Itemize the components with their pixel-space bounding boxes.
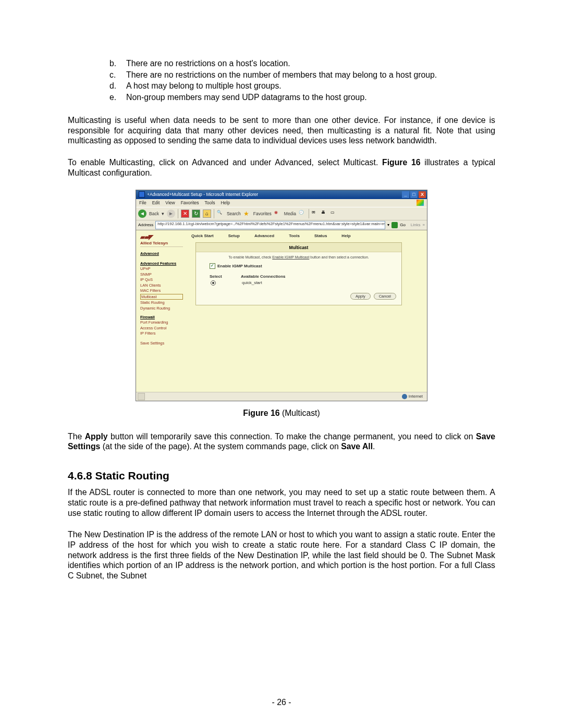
sidebar-item-lan-clients[interactable]: LAN Clients — [140, 283, 183, 288]
minimize-button[interactable]: _ — [402, 191, 409, 198]
status-icon — [138, 393, 145, 400]
list-text: Non-group members may send UDP datagrams… — [126, 92, 367, 103]
back-label[interactable]: Back — [149, 211, 159, 216]
menu-help[interactable]: Help — [221, 200, 229, 205]
enable-multicast-label: Enable IGMP Multicast — [217, 264, 262, 268]
window-titlebar: +Advanced+Multicast Setup - Microsoft In… — [136, 190, 427, 199]
window-title: +Advanced+Multicast Setup - Microsoft In… — [147, 192, 258, 197]
figure-ref: Figure 16 — [382, 158, 421, 167]
search-label[interactable]: Search — [227, 211, 241, 216]
tab-setup[interactable]: Setup — [228, 233, 240, 238]
list-item: e.Non-group members may send UDP datagra… — [109, 92, 495, 103]
list-text: There are no restrictions on the number … — [126, 70, 437, 80]
main-area: Quick Start Setup Advanced Tools Status … — [186, 230, 427, 392]
maximize-button[interactable]: □ — [410, 191, 418, 198]
sidebar-item-static-routing[interactable]: Static Routing — [140, 300, 183, 305]
figure-caption: Figure 16 (Multicast) — [68, 409, 495, 418]
lettered-list: b.There are no restrictions on a host's … — [109, 58, 495, 103]
tab-quick-start[interactable]: Quick Start — [191, 233, 214, 238]
favorites-icon[interactable]: ★ — [243, 210, 251, 217]
col-select: Select — [201, 274, 241, 279]
multicast-panel: Multicast To enable Multicast, check Ena… — [195, 242, 402, 305]
list-item: d.A host may belong to multiple host gro… — [109, 81, 495, 91]
sidebar-item-snmp[interactable]: SNMP — [140, 272, 183, 277]
history-icon[interactable]: 🕘 — [299, 210, 306, 217]
panel-title: Multicast — [196, 243, 401, 252]
connection-name: quick_start — [242, 280, 262, 285]
list-text: A host may belong to multiple host group… — [126, 81, 282, 91]
list-text: There are no restrictions on a host's lo… — [126, 58, 290, 69]
internet-zone-icon — [402, 394, 407, 399]
enable-multicast-row: ✓ Enable IGMP Multicast — [210, 263, 396, 269]
forward-button[interactable]: ► — [167, 209, 175, 218]
apply-button[interactable]: Apply — [350, 293, 371, 300]
status-bar: Internet — [136, 392, 427, 401]
sidebar-item-upnp[interactable]: UPnP — [140, 266, 183, 271]
mail-icon[interactable]: ✉ — [312, 210, 319, 217]
toolbar-separator — [214, 209, 214, 218]
menu-file[interactable]: File — [139, 200, 146, 205]
back-button[interactable]: ◄ — [138, 209, 146, 218]
go-button[interactable] — [391, 222, 398, 228]
favorites-label[interactable]: Favorites — [253, 211, 272, 216]
brand-name: Allied Telesyn — [140, 241, 183, 245]
list-item: b.There are no restrictions on a host's … — [109, 58, 495, 69]
brand-logo: ▰▰◤ Allied Telesyn — [140, 233, 183, 247]
menu-edit[interactable]: Edit — [152, 200, 160, 205]
menu-favorites[interactable]: Favorites — [181, 200, 199, 205]
connections-table: Select Available Connections quick_start — [201, 274, 396, 286]
ie-icon — [139, 191, 145, 198]
section-heading: 4.6.8 Static Routing — [68, 470, 495, 482]
stop-icon[interactable]: ✕ — [181, 209, 189, 218]
list-letter: e. — [109, 92, 119, 103]
menu-tools[interactable]: Tools — [205, 200, 215, 205]
sidebar-item-multicast[interactable]: Multicast — [140, 294, 183, 300]
refresh-icon[interactable]: ↻ — [192, 209, 200, 218]
address-input[interactable]: http://192.168.1.1/cgi-bin/webcm?getpage… — [155, 221, 385, 229]
list-letter: c. — [109, 70, 119, 80]
sidebar-item-ip-filters[interactable]: IP Filters — [140, 331, 183, 336]
ie-window: +Advanced+Multicast Setup - Microsoft In… — [136, 190, 427, 401]
sidebar-head-advanced: Advanced — [140, 251, 183, 256]
enable-multicast-checkbox[interactable]: ✓ — [210, 263, 215, 269]
sidebar-item-port-forwarding[interactable]: Port Forwarding — [140, 320, 183, 325]
figure-number: Figure 16 — [243, 409, 279, 417]
tab-advanced[interactable]: Advanced — [254, 233, 274, 238]
paragraph: Multicasting is useful when data needs t… — [68, 115, 495, 146]
col-connections: Available Connections — [241, 274, 286, 279]
media-label[interactable]: Media — [284, 211, 296, 216]
page-number: - 26 - — [0, 698, 563, 707]
sidebar-item-mac-filters[interactable]: MAC Filters — [140, 288, 183, 293]
table-row: quick_start — [201, 280, 396, 286]
menu-view[interactable]: View — [165, 200, 175, 205]
sidebar-item-access-control[interactable]: Access Control — [140, 326, 183, 330]
cancel-button[interactable]: Cancel — [374, 293, 396, 300]
toolbar-separator — [309, 209, 309, 218]
tab-status[interactable]: Status — [314, 233, 327, 238]
connection-radio[interactable] — [211, 280, 216, 286]
text: To enable Multicasting, click on Advance… — [68, 158, 382, 167]
close-button[interactable]: X — [419, 191, 426, 198]
figure-title: (Multicast) — [280, 409, 320, 417]
go-label[interactable]: Go — [400, 223, 406, 227]
apply-ref: Apply — [85, 432, 108, 441]
sidebar-item-ipqos[interactable]: IP QoS — [140, 277, 183, 282]
windows-logo-icon — [417, 200, 424, 206]
print-icon[interactable]: 🖶 — [321, 210, 328, 217]
edit-icon[interactable]: ▭ — [331, 210, 338, 217]
media-icon[interactable]: ◉ — [274, 210, 282, 217]
links-label[interactable]: Links — [411, 223, 421, 227]
tab-tools[interactable]: Tools — [289, 233, 300, 238]
save-all-ref: Save All — [341, 442, 373, 451]
search-icon[interactable]: 🔍 — [217, 210, 224, 217]
sidebar-item-dynamic-routing[interactable]: Dynamic Routing — [140, 306, 183, 311]
paragraph: The Apply button will temporarily save t… — [68, 431, 495, 452]
tab-help[interactable]: Help — [341, 233, 350, 238]
address-bar: Address http://192.168.1.1/cgi-bin/webcm… — [136, 220, 427, 230]
sidebar-head-features: Advanced Features — [140, 261, 183, 266]
home-icon[interactable]: ⌂ — [203, 209, 211, 218]
paragraph: The New Destination IP is the address of… — [68, 529, 495, 581]
sidebar-item-save-settings[interactable]: Save Settings — [140, 341, 183, 346]
toolbar-separator — [178, 209, 178, 218]
address-label: Address — [138, 223, 153, 227]
